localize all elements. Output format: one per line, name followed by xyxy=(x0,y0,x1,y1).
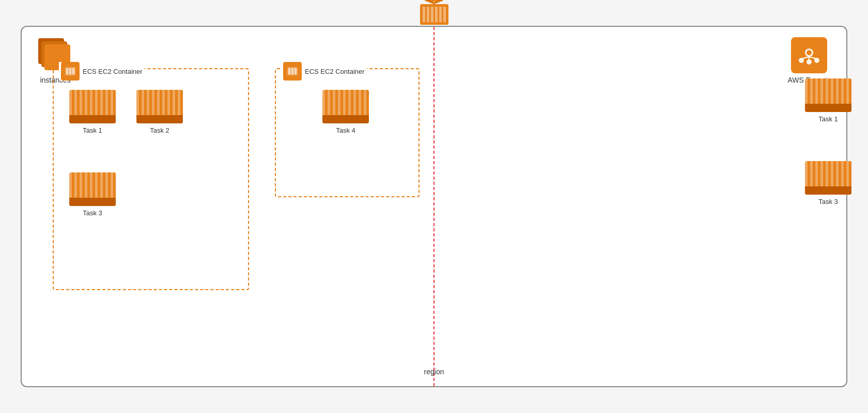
container1-task2: Task 2 xyxy=(136,90,183,134)
container-2-label: ECS EC2 Container xyxy=(305,68,365,75)
container2-task4-label: Task 4 xyxy=(336,126,355,134)
svg-rect-6 xyxy=(443,7,445,22)
ec2-container-1: ECS EC2 Container Task 1 Task 2 Task 3 xyxy=(53,68,249,290)
svg-rect-19 xyxy=(66,68,68,74)
fargate-group: AWS Fargate xyxy=(787,37,831,85)
ec2-icon-2 xyxy=(283,62,302,81)
svg-rect-1 xyxy=(422,7,425,22)
container1-task1: Task 1 xyxy=(69,90,116,134)
vertical-divider xyxy=(433,27,435,386)
svg-line-16 xyxy=(809,57,817,59)
svg-rect-24 xyxy=(291,68,293,74)
ec2-icon-1 xyxy=(61,62,80,81)
container2-task4-icon xyxy=(322,90,369,123)
svg-rect-4 xyxy=(435,7,437,22)
svg-rect-23 xyxy=(288,68,290,74)
container1-task2-icon xyxy=(136,90,183,123)
svg-rect-5 xyxy=(439,7,441,22)
container-1-header: ECS EC2 Container xyxy=(59,62,145,81)
container2-task4: Task 4 xyxy=(322,90,369,134)
svg-point-11 xyxy=(807,50,812,55)
svg-rect-21 xyxy=(72,68,74,74)
main-box: instances AWS Fargate xyxy=(21,26,847,387)
fargate-task1-icon xyxy=(805,78,851,112)
diagram-wrapper: Amazon ECS instances xyxy=(21,26,847,387)
fargate-icon xyxy=(791,37,827,73)
fargate-task1: Task 1 xyxy=(805,78,851,123)
svg-point-14 xyxy=(807,59,812,65)
fargate-task3-icon xyxy=(805,161,851,195)
svg-marker-9 xyxy=(429,0,438,2)
svg-rect-20 xyxy=(69,68,71,74)
container-2-header: ECS EC2 Container xyxy=(281,62,367,81)
container1-task3: Task 3 xyxy=(69,172,116,217)
svg-rect-3 xyxy=(430,7,433,22)
container-1-label: ECS EC2 Container xyxy=(83,68,143,75)
fargate-task1-label: Task 1 xyxy=(818,115,838,123)
container1-task3-label: Task 3 xyxy=(83,209,102,217)
container1-task3-icon xyxy=(69,172,116,206)
fargate-task3: Task 3 xyxy=(805,161,851,205)
svg-rect-25 xyxy=(295,68,297,74)
container1-task1-icon xyxy=(69,90,116,123)
fargate-task3-label: Task 3 xyxy=(818,198,838,205)
container1-task1-label: Task 1 xyxy=(83,126,102,134)
ec2-container-2: ECS EC2 Container Task 4 xyxy=(275,68,420,197)
region-label: region xyxy=(424,368,444,376)
svg-line-15 xyxy=(801,57,809,59)
container1-task2-label: Task 2 xyxy=(150,126,169,134)
svg-rect-2 xyxy=(426,7,429,22)
